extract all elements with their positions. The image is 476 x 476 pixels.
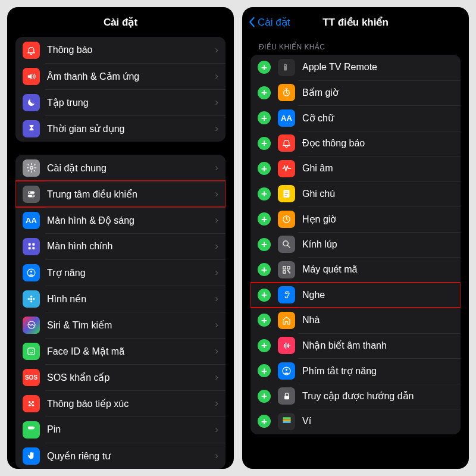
notifications-icon [23, 42, 40, 59]
svg-point-11 [30, 298, 33, 300]
notes-icon [278, 185, 295, 202]
svg-point-4 [32, 195, 34, 196]
add-button[interactable] [258, 339, 271, 352]
settings-row-sounds[interactable]: Âm thanh & Cảm ứng› [15, 63, 226, 89]
control-label: Apple TV Remote [302, 62, 453, 73]
svg-point-14 [27, 298, 30, 300]
settings-row-faceid[interactable]: Face ID & Mật mã› [15, 338, 226, 364]
svg-rect-25 [28, 427, 34, 430]
chevron-right-icon: › [215, 240, 218, 252]
svg-rect-34 [287, 267, 290, 269]
add-button[interactable] [258, 238, 271, 251]
add-button[interactable] [258, 415, 271, 428]
row-label: Thông báo [47, 45, 211, 55]
home-screen-icon [23, 238, 40, 255]
chevron-right-icon: › [215, 397, 218, 409]
settings-row-exposure[interactable]: Thông báo tiếp xúc› [15, 390, 226, 416]
svg-point-37 [286, 368, 287, 370]
settings-row-control-center[interactable]: Trung tâm điều khiển› [15, 181, 226, 207]
settings-row-accessibility[interactable]: Trợ năng› [15, 259, 226, 286]
code-scan-icon [278, 261, 295, 278]
chevron-right-icon: › [215, 44, 218, 56]
row-label: Pin [47, 424, 211, 435]
control-label: Truy cập được hướng dẫn [302, 390, 453, 402]
add-button[interactable] [258, 162, 271, 175]
page-title: TT điều khiển [322, 16, 389, 29]
add-button[interactable] [258, 86, 271, 99]
text-size-icon: AA [278, 109, 295, 127]
control-label: Hẹn giờ [302, 214, 453, 225]
control-row-wallet: Ví [250, 409, 461, 434]
add-button[interactable] [258, 314, 271, 327]
magnifier-icon [278, 236, 295, 253]
settings-row-focus[interactable]: Tập trung› [15, 89, 226, 115]
wallpaper-icon [23, 290, 40, 308]
settings-row-privacy[interactable]: Quyền riêng tư› [15, 443, 226, 469]
svg-point-23 [32, 404, 35, 406]
control-center-list[interactable]: ĐIỀU KHIỂN KHÁC Apple TV RemoteBấm giờAA… [242, 37, 469, 469]
svg-point-19 [32, 350, 33, 350]
add-button[interactable] [258, 187, 271, 201]
page-title: Cài đặt [104, 16, 137, 29]
privacy-icon [23, 447, 40, 465]
row-label: Hình nền [47, 293, 211, 305]
row-label: Quyền riêng tư [47, 450, 211, 462]
guided-icon [278, 387, 295, 405]
sound-recog-icon [278, 337, 295, 354]
control-label: Phím tắt trợ năng [302, 365, 453, 377]
svg-point-0 [30, 167, 33, 170]
svg-point-22 [29, 404, 31, 406]
chevron-right-icon: › [215, 319, 218, 331]
row-label: Thời gian sử dụng [47, 123, 211, 134]
settings-group-2: Cài đặt chung›Trung tâm điều khiển›AAMàn… [15, 155, 226, 469]
svg-rect-17 [28, 347, 35, 354]
back-button[interactable]: Cài đặt [248, 16, 290, 29]
row-label: Siri & Tìm kiếm [47, 320, 211, 331]
control-label: Bấm giờ [302, 87, 453, 98]
control-label: Nhận biết âm thanh [302, 340, 453, 351]
settings-row-siri[interactable]: Siri & Tìm kiếm› [15, 312, 226, 338]
row-label: Màn hình & Độ sáng [47, 215, 211, 226]
navbar-settings: Cài đặt [7, 7, 234, 37]
control-label: Đọc thông báo [302, 137, 453, 149]
row-label: Trợ năng [47, 267, 211, 278]
add-button[interactable] [258, 61, 271, 74]
settings-row-home-screen[interactable]: Màn hình chính› [15, 233, 226, 259]
svg-point-18 [30, 350, 30, 350]
settings-list[interactable]: Thông báo›Âm thanh & Cảm ứng›Tập trung›T… [7, 37, 234, 469]
svg-rect-35 [283, 271, 286, 273]
settings-row-battery[interactable]: Pin› [15, 416, 226, 443]
add-button[interactable] [258, 111, 271, 124]
settings-row-sos[interactable]: SOSSOS khẩn cấp› [15, 364, 226, 390]
settings-row-screentime[interactable]: Thời gian sử dụng› [15, 115, 226, 142]
apple-tv-remote-icon [278, 59, 295, 76]
svg-rect-39 [283, 418, 290, 419]
home-icon [278, 312, 295, 329]
control-row-voice-memo: Ghi âm [250, 156, 461, 181]
screentime-icon [23, 120, 40, 137]
chevron-right-icon: › [215, 70, 218, 82]
settings-row-display[interactable]: AAMàn hình & Độ sáng› [15, 207, 226, 233]
control-center-icon [23, 186, 40, 203]
settings-row-wallpaper[interactable]: Hình nền› [15, 286, 226, 312]
svg-rect-5 [28, 243, 30, 246]
add-button[interactable] [258, 364, 271, 377]
control-row-sound-recog: Nhận biết âm thanh [250, 333, 461, 359]
exposure-icon [23, 395, 40, 412]
control-row-text-size: AACỡ chữ [250, 105, 461, 131]
add-button[interactable] [258, 263, 271, 276]
control-label: Ghi âm [302, 163, 453, 174]
chevron-right-icon: › [215, 450, 218, 462]
settings-row-notifications[interactable]: Thông báo› [15, 37, 226, 63]
settings-row-general[interactable]: Cài đặt chung› [15, 155, 226, 181]
control-label: Ghi chú [302, 189, 453, 199]
add-button[interactable] [258, 212, 271, 226]
add-button[interactable] [258, 390, 271, 403]
back-label: Cài đặt [258, 16, 290, 29]
control-row-stopwatch: Bấm giờ [250, 80, 461, 106]
add-button[interactable] [258, 137, 271, 150]
shortcuts-icon [278, 362, 295, 380]
svg-point-24 [30, 403, 32, 405]
control-label: Ví [302, 416, 453, 427]
add-button[interactable] [258, 289, 271, 302]
